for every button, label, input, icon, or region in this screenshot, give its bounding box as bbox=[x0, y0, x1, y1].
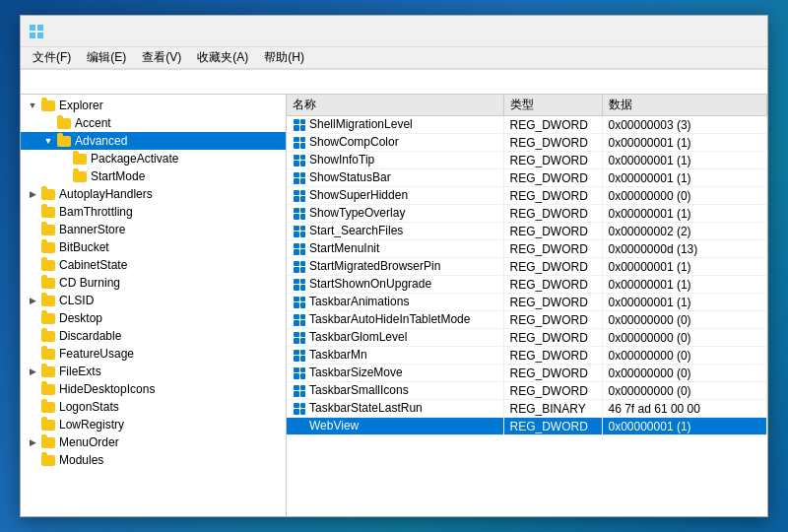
table-row[interactable]: TaskbarGlomLevelREG_DWORD0x00000000 (0) bbox=[287, 329, 767, 347]
tree-item-fileexts[interactable]: ▶FileExts bbox=[21, 363, 286, 380]
table-row[interactable]: TaskbarAutoHideInTabletModeREG_DWORD0x00… bbox=[287, 311, 767, 329]
reg-data-cell: 0x00000001 (1) bbox=[602, 205, 767, 223]
reg-type-cell: REG_DWORD bbox=[503, 418, 602, 435]
reg-type-cell: REG_DWORD bbox=[503, 365, 602, 382]
tree-item-bamthrottling[interactable]: BamThrottling bbox=[21, 203, 286, 221]
reg-type-cell: REG_DWORD bbox=[503, 240, 602, 258]
tree-toggle-modules[interactable] bbox=[25, 451, 40, 469]
folder-icon bbox=[40, 293, 56, 308]
reg-name-cell: ShellMigrationLevel bbox=[287, 116, 503, 134]
tree-toggle-explorer[interactable]: ▼ bbox=[25, 97, 40, 114]
table-row[interactable]: ShowStatusBarREG_DWORD0x00000001 (1) bbox=[287, 169, 767, 187]
tree-toggle-fileexts[interactable]: ▶ bbox=[25, 363, 40, 380]
reg-name-cell: ShowCompColor bbox=[287, 134, 503, 152]
table-row[interactable]: StartShownOnUpgradeREG_DWORD0x00000001 (… bbox=[287, 276, 767, 294]
tree-toggle-startmode[interactable] bbox=[56, 167, 72, 185]
reg-type-cell: REG_DWORD bbox=[503, 152, 602, 169]
reg-data-cell: 0x00000001 (1) bbox=[602, 294, 767, 311]
registry-panel: 名称 类型 数据 ShellMigrationLevelREG_DWORD0x0… bbox=[287, 95, 767, 516]
tree-item-discardable[interactable]: Discardable bbox=[21, 327, 286, 345]
tree-label: HideDesktopIcons bbox=[59, 382, 155, 396]
reg-data-cell: 0x00000001 (1) bbox=[602, 169, 767, 187]
tree-label: MenuOrder bbox=[59, 435, 119, 449]
tree-toggle-logonstats[interactable] bbox=[25, 398, 40, 416]
table-row[interactable]: TaskbarMnREG_DWORD0x00000000 (0) bbox=[287, 347, 767, 365]
tree-toggle-cabinetstate[interactable] bbox=[25, 256, 40, 274]
tree-toggle-bitbucket[interactable] bbox=[25, 238, 40, 256]
reg-type-cell: REG_BINARY bbox=[503, 400, 602, 418]
minimize-button[interactable] bbox=[624, 16, 669, 47]
reg-data-cell: 46 7f ad 61 00 00 bbox=[602, 400, 767, 418]
tree-item-logonstats[interactable]: LogonStats bbox=[21, 398, 286, 416]
reg-icon bbox=[293, 225, 306, 238]
menu-item-h[interactable]: 帮助(H) bbox=[256, 47, 312, 68]
reg-icon bbox=[293, 260, 306, 274]
table-row[interactable]: StartMenuInitREG_DWORD0x0000000d (13) bbox=[287, 240, 767, 258]
table-row[interactable]: WebViewREG_DWORD0x00000001 (1) bbox=[287, 418, 767, 435]
reg-type-cell: REG_DWORD bbox=[503, 347, 602, 365]
reg-name-cell: Start_SearchFiles bbox=[287, 223, 503, 240]
reg-data-cell: 0x00000001 (1) bbox=[602, 134, 767, 152]
table-row[interactable]: ShowCompColorREG_DWORD0x00000001 (1) bbox=[287, 134, 767, 152]
reg-icon bbox=[293, 136, 306, 150]
reg-icon bbox=[293, 207, 306, 221]
tree-toggle-autoplayhandlers[interactable]: ▶ bbox=[25, 185, 40, 203]
tree-label: AutoplayHandlers bbox=[59, 187, 153, 201]
menu-item-v[interactable]: 查看(V) bbox=[134, 47, 189, 68]
tree-toggle-cdburning[interactable] bbox=[25, 274, 40, 292]
tree-label: LowRegistry bbox=[59, 418, 124, 432]
tree-toggle-discardable[interactable] bbox=[25, 327, 40, 345]
tree-toggle-clsid[interactable]: ▶ bbox=[25, 292, 40, 309]
tree-item-lowregistry[interactable]: LowRegistry bbox=[21, 416, 286, 433]
tree-item-cabinetstate[interactable]: CabinetState bbox=[21, 256, 286, 274]
tree-item-bannerstore[interactable]: BannerStore bbox=[21, 221, 286, 238]
tree-toggle-menuorder[interactable]: ▶ bbox=[25, 433, 40, 451]
tree-item-bitbucket[interactable]: BitBucket bbox=[21, 238, 286, 256]
table-row[interactable]: TaskbarAnimationsREG_DWORD0x00000001 (1) bbox=[287, 294, 767, 311]
menu-item-a[interactable]: 收藏夹(A) bbox=[189, 47, 256, 68]
reg-data-cell: 0x00000001 (1) bbox=[602, 418, 767, 435]
tree-toggle-bannerstore[interactable] bbox=[25, 221, 40, 238]
tree-item-packageactivate[interactable]: PackageActivate bbox=[21, 150, 286, 167]
tree-item-hidedesktopicons[interactable]: HideDesktopIcons bbox=[21, 380, 286, 398]
table-row[interactable]: TaskbarStateLastRunREG_BINARY46 7f ad 61… bbox=[287, 400, 767, 418]
table-row[interactable]: StartMigratedBrowserPinREG_DWORD0x000000… bbox=[287, 258, 767, 276]
close-button[interactable] bbox=[714, 16, 759, 47]
tree-toggle-desktop[interactable] bbox=[25, 309, 40, 327]
table-row[interactable]: TaskbarSmallIconsREG_DWORD0x00000000 (0) bbox=[287, 382, 767, 400]
tree-item-cdburning[interactable]: CD Burning bbox=[21, 274, 286, 292]
tree-toggle-featureusage[interactable] bbox=[25, 345, 40, 363]
table-row[interactable]: ShowInfoTipREG_DWORD0x00000001 (1) bbox=[287, 152, 767, 169]
tree-toggle-packageactivate[interactable] bbox=[56, 150, 72, 167]
table-row[interactable]: TaskbarSizeMoveREG_DWORD0x00000000 (0) bbox=[287, 365, 767, 382]
maximize-button[interactable] bbox=[669, 16, 714, 47]
reg-data-cell: 0x00000003 (3) bbox=[602, 116, 767, 134]
tree-item-modules[interactable]: Modules bbox=[21, 451, 286, 469]
tree-item-desktop[interactable]: Desktop bbox=[21, 309, 286, 327]
table-row[interactable]: ShellMigrationLevelREG_DWORD0x00000003 (… bbox=[287, 116, 767, 134]
reg-data-cell: 0x00000000 (0) bbox=[602, 187, 767, 205]
tree-toggle-accent[interactable] bbox=[40, 114, 56, 132]
tree-toggle-advanced[interactable]: ▼ bbox=[40, 132, 56, 150]
tree-item-featureusage[interactable]: FeatureUsage bbox=[21, 345, 286, 363]
menu-item-f[interactable]: 文件(F) bbox=[25, 47, 79, 68]
tree-item-autoplayhandlers[interactable]: ▶AutoplayHandlers bbox=[21, 185, 286, 203]
tree-toggle-bamthrottling[interactable] bbox=[25, 203, 40, 221]
tree-item-clsid[interactable]: ▶CLSID bbox=[21, 292, 286, 309]
reg-name-cell: ShowStatusBar bbox=[287, 169, 503, 187]
reg-type-cell: REG_DWORD bbox=[503, 205, 602, 223]
tree-label: CLSID bbox=[59, 294, 94, 307]
tree-item-startmode[interactable]: StartMode bbox=[21, 167, 286, 185]
table-row[interactable]: Start_SearchFilesREG_DWORD0x00000002 (2) bbox=[287, 223, 767, 240]
tree-item-advanced[interactable]: ▼Advanced bbox=[21, 132, 286, 150]
menu-item-e[interactable]: 编辑(E) bbox=[79, 47, 134, 68]
tree-item-accent[interactable]: Accent bbox=[21, 114, 286, 132]
tree-toggle-lowregistry[interactable] bbox=[25, 416, 40, 433]
tree-item-explorer[interactable]: ▼Explorer bbox=[21, 97, 286, 114]
tree-label: BamThrottling bbox=[59, 205, 133, 219]
tree-panel: ▼ExplorerAccent▼AdvancedPackageActivateS… bbox=[21, 95, 287, 516]
table-row[interactable]: ShowTypeOverlayREG_DWORD0x00000001 (1) bbox=[287, 205, 767, 223]
tree-toggle-hidedesktopicons[interactable] bbox=[25, 380, 40, 398]
table-row[interactable]: ShowSuperHiddenREG_DWORD0x00000000 (0) bbox=[287, 187, 767, 205]
tree-item-menuorder[interactable]: ▶MenuOrder bbox=[21, 433, 286, 451]
